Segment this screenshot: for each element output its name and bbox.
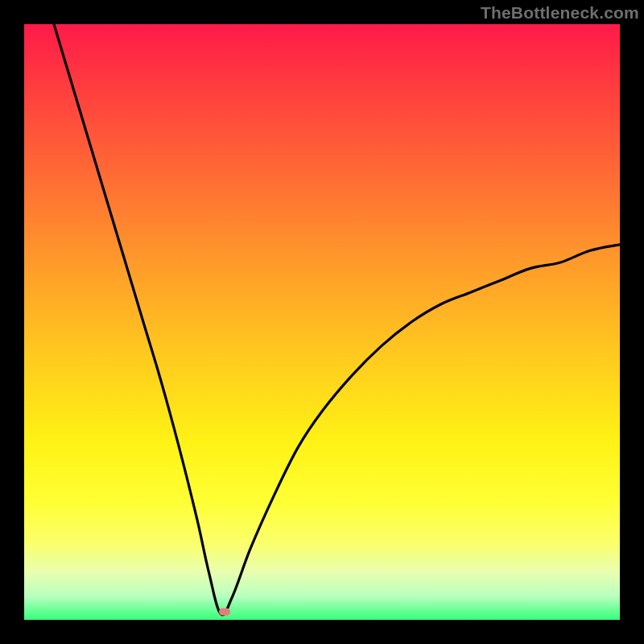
minimum-marker bbox=[219, 609, 230, 616]
chart-frame: TheBottleneck.com bbox=[0, 0, 644, 644]
watermark-text: TheBottleneck.com bbox=[481, 3, 639, 23]
bottleneck-curve bbox=[24, 24, 620, 620]
plot-area bbox=[24, 24, 620, 620]
